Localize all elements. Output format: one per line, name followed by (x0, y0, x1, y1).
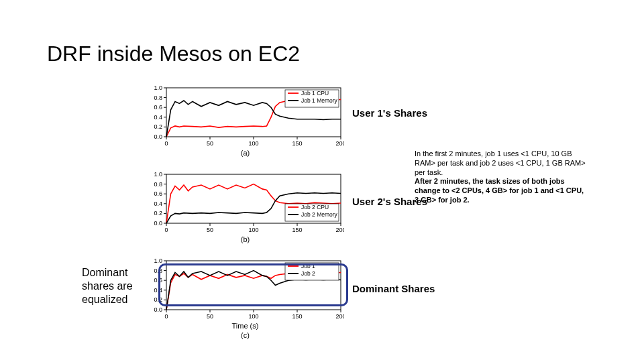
chart-a-sub: (a) (146, 149, 344, 157)
svg-text:150: 150 (292, 313, 302, 320)
chart-c: 0.00.20.40.60.81.0050100150200Job 1Job 2… (146, 257, 344, 337)
chart-c-xlabel: Time (s) (146, 322, 344, 330)
svg-text:1.0: 1.0 (154, 257, 162, 264)
svg-text:0.8: 0.8 (154, 95, 162, 101)
side-label-a: User 1's Shares (352, 107, 427, 119)
svg-text:0: 0 (164, 227, 168, 233)
svg-text:Job 1 CPU: Job 1 CPU (301, 90, 329, 97)
svg-text:0.6: 0.6 (154, 190, 162, 197)
svg-text:Job 2 Memory: Job 2 Memory (301, 211, 338, 218)
left-note: Dominant shares are equalized (82, 266, 142, 306)
svg-text:100: 100 (248, 140, 258, 147)
svg-text:150: 150 (292, 227, 302, 233)
svg-text:200: 200 (335, 227, 344, 233)
page-title: DRF inside Mesos on EC2 (47, 42, 300, 66)
svg-text:0.0: 0.0 (154, 133, 162, 140)
svg-text:0.4: 0.4 (154, 114, 162, 121)
svg-text:0.4: 0.4 (154, 287, 162, 294)
svg-text:1.0: 1.0 (154, 171, 162, 178)
svg-text:50: 50 (207, 140, 213, 147)
svg-text:0.2: 0.2 (154, 123, 162, 130)
svg-text:0.8: 0.8 (154, 267, 162, 274)
svg-text:0.2: 0.2 (154, 296, 162, 303)
svg-text:0.8: 0.8 (154, 181, 162, 188)
svg-text:0: 0 (164, 313, 168, 320)
svg-text:0.0: 0.0 (154, 220, 162, 227)
chart-c-sub: (c) (146, 331, 344, 339)
svg-text:0.6: 0.6 (154, 104, 162, 111)
description-text: In the first 2 minutes, job 1 uses <1 CP… (415, 149, 589, 205)
svg-text:200: 200 (335, 140, 344, 147)
svg-text:Job 2: Job 2 (301, 270, 315, 277)
svg-text:50: 50 (207, 313, 213, 320)
svg-text:0: 0 (164, 140, 168, 147)
svg-text:Job 1: Job 1 (301, 263, 315, 269)
chart-b: 0.00.20.40.60.81.0050100150200Job 2 CPUJ… (146, 170, 344, 241)
side-label-c: Dominant Shares (352, 283, 435, 294)
svg-text:1.0: 1.0 (154, 84, 162, 91)
svg-text:Job 1 Memory: Job 1 Memory (301, 97, 338, 104)
desc-bold: After 2 minutes, the task sizes of both … (415, 177, 584, 204)
svg-text:0.4: 0.4 (154, 200, 162, 207)
svg-text:100: 100 (248, 313, 258, 320)
svg-text:200: 200 (335, 313, 344, 320)
charts-column: 0.00.20.40.60.81.0050100150200Job 1 CPUJ… (146, 84, 344, 337)
svg-text:100: 100 (248, 227, 258, 233)
svg-text:0.2: 0.2 (154, 210, 162, 217)
svg-text:50: 50 (207, 227, 213, 233)
svg-text:0.6: 0.6 (154, 277, 162, 284)
svg-text:150: 150 (292, 140, 302, 147)
chart-b-sub: (b) (146, 235, 344, 243)
chart-a: 0.00.20.40.60.81.0050100150200Job 1 CPUJ… (146, 84, 344, 154)
desc-normal: In the first 2 minutes, job 1 uses <1 CP… (415, 149, 586, 176)
svg-text:0.0: 0.0 (154, 306, 162, 313)
svg-text:Job 2 CPU: Job 2 CPU (301, 204, 329, 210)
